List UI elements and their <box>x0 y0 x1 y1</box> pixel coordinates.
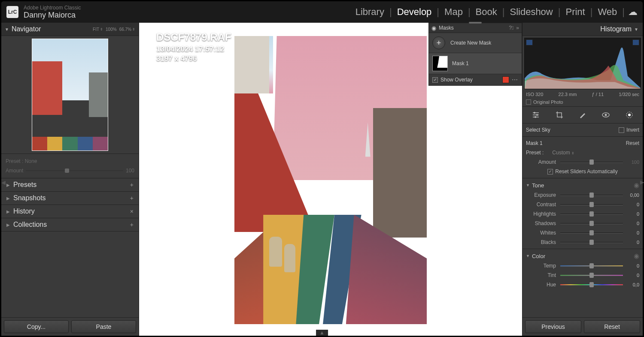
reset-button[interactable]: Reset <box>584 320 640 333</box>
contrast-slider[interactable] <box>560 204 623 205</box>
module-map[interactable]: Map <box>439 6 468 18</box>
masks-title: Masks <box>439 25 509 31</box>
shadows-slider[interactable] <box>560 223 623 224</box>
snapshots-panel[interactable]: ▶Snapshots+ <box>1 192 139 205</box>
highlight-clip-icon[interactable] <box>632 39 639 45</box>
close-icon[interactable]: × <box>130 208 134 215</box>
eye-icon[interactable]: ◉ <box>431 25 436 31</box>
presets-panel[interactable]: ▶Presets+ <box>1 178 139 192</box>
canvas-area[interactable]: DSCF7879.RAF 13/04/2024 17:57:12 3197 x … <box>139 23 522 336</box>
right-panel-toggle-icon[interactable]: ▶ <box>640 179 644 185</box>
preset-dropdown[interactable]: Custom ⇕ <box>552 150 574 156</box>
amount-value: 100 <box>625 159 639 165</box>
contrast-value[interactable]: 0 <box>625 202 639 207</box>
whites-label: Whites <box>526 230 556 236</box>
highlights-value[interactable]: 0 <box>625 211 639 217</box>
reset-sliders-checkbox[interactable]: ✓ <box>547 169 553 175</box>
plus-icon[interactable]: + <box>130 181 134 188</box>
tone-header[interactable]: Tone <box>532 182 544 189</box>
blacks-slider[interactable] <box>560 242 623 243</box>
copy-button[interactable]: Copy... <box>4 320 69 333</box>
hue-label: Hue <box>526 282 556 288</box>
mask-reset-link[interactable]: Reset <box>626 140 639 146</box>
overlay-color-swatch[interactable] <box>502 76 509 83</box>
heal-tool-icon[interactable] <box>578 110 587 120</box>
crop-tool-icon[interactable] <box>555 110 564 120</box>
right-panel: Histogram▼ ISO 320 22.3 mm ƒ / 11 1/320 … <box>522 23 643 336</box>
module-book[interactable]: Book <box>471 6 502 18</box>
hue-slider[interactable] <box>560 284 623 286</box>
collapse-icon[interactable]: » <box>516 25 519 31</box>
temp-slider[interactable] <box>560 265 623 267</box>
module-web[interactable]: Web <box>592 6 622 18</box>
preset-none-label: Preset : None <box>6 158 37 164</box>
highlights-slider[interactable] <box>560 214 623 215</box>
svg-point-6 <box>628 114 631 116</box>
help-icon[interactable]: ?⃝ <box>509 25 513 31</box>
datetime-label: 13/04/2024 17:57:12 <box>156 45 231 54</box>
cloud-sync-icon[interactable]: ☁ <box>628 6 638 18</box>
plus-icon[interactable]: + <box>130 221 134 228</box>
edit-tool-icon[interactable] <box>531 110 541 120</box>
plus-icon[interactable]: + <box>130 195 134 202</box>
original-photo-toggle[interactable]: Original Photo <box>522 98 643 107</box>
whites-slider[interactable] <box>560 232 623 234</box>
filename-label: DSCF7879.RAF <box>156 31 231 43</box>
left-panel-toggle-icon[interactable]: ◀ <box>1 179 6 186</box>
contrast-label: Contrast <box>526 202 556 208</box>
module-develop[interactable]: Develop <box>392 6 437 18</box>
more-icon[interactable]: ⋯ <box>512 76 518 83</box>
create-new-mask-button[interactable]: + Create New Mask <box>429 33 522 53</box>
aperture-label: ƒ / 11 <box>592 92 604 97</box>
invert-label: Invert <box>626 127 639 133</box>
plus-circle-icon: + <box>432 36 445 49</box>
mask-tool-icon[interactable] <box>625 110 634 120</box>
filmstrip-toggle-icon[interactable]: ▲ <box>316 330 328 336</box>
histogram[interactable] <box>524 38 641 89</box>
whites-value[interactable]: 0 <box>625 230 639 235</box>
highlights-label: Highlights <box>526 211 556 217</box>
previous-button[interactable]: Previous <box>525 320 581 333</box>
histogram-header[interactable]: Histogram▼ <box>522 23 643 36</box>
invert-checkbox[interactable] <box>619 127 624 133</box>
module-library[interactable]: Library <box>350 6 389 18</box>
module-print[interactable]: Print <box>560 6 590 18</box>
redeye-tool-icon[interactable] <box>601 110 611 120</box>
collections-panel[interactable]: ▶Collections+ <box>1 218 139 232</box>
exposure-label: Exposure <box>526 192 556 198</box>
hue-value[interactable]: 0,0 <box>625 282 639 287</box>
masks-panel: ◉ Masks ?⃝ » + Create New Mask Mask 1 ✓ … <box>428 23 522 86</box>
tint-value[interactable]: 0 <box>625 273 639 278</box>
amount-slider[interactable] <box>560 162 623 163</box>
color-header[interactable]: Color <box>532 253 545 259</box>
exposure-slider[interactable] <box>560 195 623 196</box>
temp-label: Temp <box>526 263 556 269</box>
shutter-label: 1/320 sec <box>619 92 639 97</box>
zoom-100[interactable]: 100% <box>106 27 117 32</box>
show-overlay-checkbox[interactable]: ✓ <box>432 77 438 83</box>
eye-icon[interactable]: ◉ <box>634 252 639 260</box>
history-panel[interactable]: ▶History× <box>1 205 139 218</box>
navigator-title: Navigator <box>12 25 93 33</box>
zoom-fit[interactable]: FIT ⇕ <box>93 27 103 32</box>
svg-point-1 <box>536 114 538 116</box>
zoom-667[interactable]: 66.7% ⇕ <box>119 27 135 32</box>
paste-button[interactable]: Paste <box>71 320 136 333</box>
navigator-header[interactable]: ▼ Navigator FIT ⇕ 100% 66.7% ⇕ <box>1 23 139 36</box>
user-name: Danny Maiorca <box>24 11 81 20</box>
iso-label: ISO 320 <box>526 92 543 97</box>
image-info-overlay: DSCF7879.RAF 13/04/2024 17:57:12 3197 x … <box>156 31 231 63</box>
shadow-clip-icon[interactable] <box>526 39 533 45</box>
shadows-value[interactable]: 0 <box>625 221 639 226</box>
blacks-value[interactable]: 0 <box>625 240 639 245</box>
eye-icon[interactable]: ◉ <box>634 181 639 189</box>
svg-point-2 <box>535 116 536 118</box>
tint-slider[interactable] <box>560 275 623 276</box>
mask-item-1[interactable]: Mask 1 <box>429 53 522 74</box>
navigator-thumbnail[interactable] <box>32 39 108 151</box>
temp-value[interactable]: 0 <box>625 263 639 268</box>
exposure-value[interactable]: 0,00 <box>625 193 639 198</box>
drag-handle-icon[interactable] <box>469 22 482 24</box>
preset-label: Preset : <box>526 150 544 156</box>
module-slideshow[interactable]: Slideshow <box>504 6 558 18</box>
